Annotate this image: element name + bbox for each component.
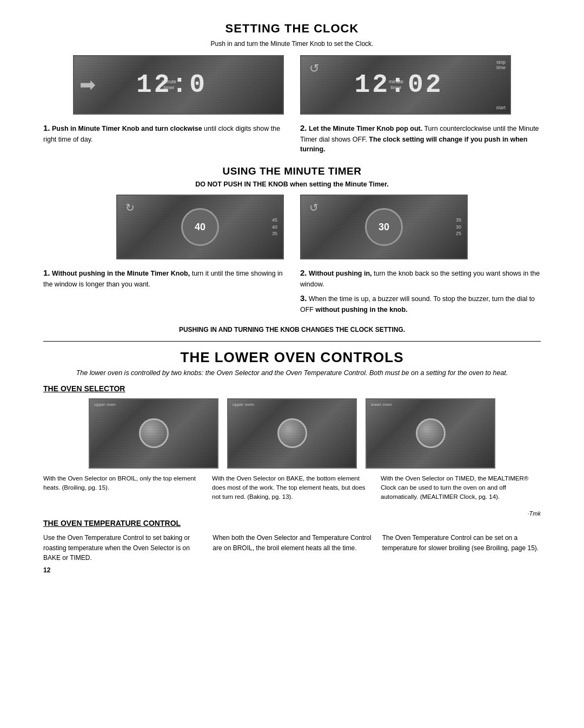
timer-step-1-num: 1. <box>43 268 50 277</box>
lower-oven-title: THE LOWER OVEN CONTROLS <box>43 349 541 366</box>
temp-col-3: The Oven Temperature Control can be set … <box>382 533 541 575</box>
arrow-icon: ➡ <box>79 74 96 96</box>
timer-images-row: 40 454035 ↻ 30 353025 ↺ <box>43 195 541 259</box>
oven-image-broil: upper oven <box>89 398 218 469</box>
timer-steps-2-3: 2. Without pushing in, turn the knob bac… <box>300 267 541 315</box>
timer-step-2: 2. Without pushing in, turn the knob bac… <box>300 267 541 289</box>
timer-instructions-row: 1. Without pushing in the Minute Timer K… <box>43 267 541 315</box>
clock-image-2: ↺ minutetimer 12:02 stoptime start <box>300 55 511 115</box>
oven-image-1-label: upper oven <box>94 402 116 407</box>
oven-image-timed: lower oven <box>366 398 495 469</box>
timer-step-1-bold: Without pushing in the Minute Timer Knob… <box>52 270 190 277</box>
setting-clock-section: SETTING THE CLOCK Push in and turn the M… <box>43 22 541 155</box>
timer-step-1: 1. Without pushing in the Minute Timer K… <box>43 267 284 315</box>
temp-col-1: Use the Oven Temperature Control to set … <box>43 533 202 575</box>
oven-selector-header: THE OVEN SELECTOR <box>43 384 541 393</box>
timer-image-2: 30 353025 ↺ <box>300 195 468 259</box>
step-1-num: 1. <box>43 123 50 132</box>
caption-timed-text: With the Oven Selector on TIMED, the MEA… <box>381 475 528 500</box>
timer-step-2-bold: Without pushing in, <box>309 270 372 277</box>
clock-image-1: ➡ minutetimer 12:0 <box>73 55 284 115</box>
caption-broil: With the Oven Selector on BROIL, only th… <box>43 474 203 502</box>
minute-timer-label-1: minutetimer <box>162 79 176 91</box>
page-number: 12 <box>43 565 202 576</box>
timer-image-1: 40 454035 ↻ <box>116 195 284 259</box>
minute-timer-title: USING THE MINUTE TIMER <box>43 165 541 177</box>
temp-col-2: When both the Oven Selector and Temperat… <box>213 533 371 575</box>
caption-bake: With the Oven Selector on BAKE, the bott… <box>212 474 372 502</box>
timer-dial-display-2: 30 <box>379 222 389 233</box>
timer-step-3-num: 3. <box>300 293 307 303</box>
timer-ticks-2: 353025 <box>456 217 461 237</box>
oven-image-2-label: upper oven <box>233 402 254 407</box>
pushing-note: PUSHING IN AND TURNING THE KNOB CHANGES … <box>43 326 541 333</box>
minute-timer-section: USING THE MINUTE TIMER DO NOT PUSH IN TH… <box>43 165 541 333</box>
section-separator <box>43 341 541 342</box>
lower-oven-description: The lower oven is controlled by two knob… <box>43 369 541 377</box>
oven-temp-header: THE OVEN TEMPERATURE CONTROL <box>43 519 541 527</box>
lower-oven-section: THE LOWER OVEN CONTROLS The lower oven i… <box>43 349 541 576</box>
stop-label: stoptime <box>496 59 506 70</box>
temp-col-1-text: Use the Oven Temperature Control to set … <box>43 533 202 563</box>
step-2-bold: Let the Minute Timer Knob pop out. <box>309 125 422 132</box>
timer-arrow-1: ↻ <box>125 201 135 214</box>
curved-arrow-icon: ↺ <box>309 62 319 76</box>
do-not-push: DO NOT PUSH IN THE KNOB when setting the… <box>43 181 541 188</box>
oven-selector-captions: With the Oven Selector on BROIL, only th… <box>43 474 541 502</box>
timer-step-3-bold: without pushing in the knob. <box>315 306 407 313</box>
setting-clock-title: SETTING THE CLOCK <box>43 22 541 36</box>
step-1-bold: Push in Minute Timer Knob and turn clock… <box>52 125 202 132</box>
clock-instructions-row: 1. Push in Minute Timer Knob and turn cl… <box>43 122 541 155</box>
timer-dial-2: 30 <box>365 208 403 246</box>
do-not-push-text: DO NOT PUSH IN THE KNOB when setting the… <box>195 181 388 188</box>
oven-temp-text-cols: Use the Oven Temperature Control to set … <box>43 533 541 575</box>
oven-knob-1 <box>139 418 169 448</box>
timer-arrow-2: ↺ <box>309 201 318 214</box>
oven-knob-2 <box>277 418 307 448</box>
oven-selector-images: upper oven upper oven lower oven <box>43 398 541 469</box>
timer-dial-display-1: 40 <box>195 222 205 233</box>
page-content: SETTING THE CLOCK Push in and turn the M… <box>43 22 541 576</box>
caption-timed: With the Oven Selector on TIMED, the MEA… <box>381 474 541 502</box>
oven-knob-3 <box>416 418 446 448</box>
timer-step-3: 3. When the time is up, a buzzer will so… <box>300 292 541 315</box>
clock-step-1: 1. Push in Minute Timer Knob and turn cl… <box>43 122 284 155</box>
step-2-num: 2. <box>300 123 307 132</box>
timer-ticks-1: 454035 <box>272 217 277 237</box>
oven-image-bake: upper oven <box>227 398 357 469</box>
clock-images-row: ➡ minutetimer 12:0 ↺ minutetimer 12:02 s… <box>43 55 541 115</box>
start-label: start <box>496 105 506 110</box>
tmk-label: ·Tmk <box>43 510 541 517</box>
oven-image-3-label: lower oven <box>371 402 392 407</box>
timer-dial-1: 40 <box>181 208 219 246</box>
minute-timer-label-2: minutetimer <box>389 79 403 91</box>
clock-step-2: 2. Let the Minute Timer Knob pop out. Tu… <box>300 122 541 155</box>
timer-step-2-num: 2. <box>300 268 307 277</box>
setting-clock-subtitle: Push in and turn the Minute Timer Knob t… <box>43 40 541 48</box>
